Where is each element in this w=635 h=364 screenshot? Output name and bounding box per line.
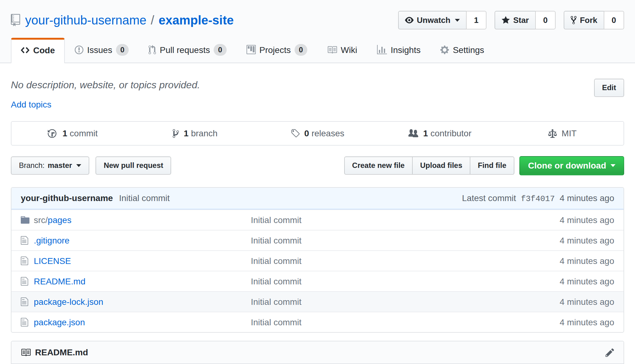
pencil-icon	[606, 348, 614, 357]
tab-label: Wiki	[341, 45, 357, 55]
stat-releases[interactable]: 0 releases	[256, 128, 379, 139]
file-icon	[21, 317, 34, 327]
book-icon	[21, 348, 31, 357]
git-pull-request-icon	[149, 45, 156, 55]
tab-label: Insights	[391, 45, 421, 55]
latest-commit-label: Latest commit	[462, 193, 516, 203]
stat-label: releases	[312, 129, 344, 138]
file-age: 4 minutes ago	[509, 215, 614, 226]
tab-projects[interactable]: Projects 0	[237, 38, 318, 63]
tab-wiki[interactable]: Wiki	[317, 38, 367, 63]
repo-description: No description, website, or topics provi…	[11, 79, 200, 91]
people-icon	[408, 129, 421, 138]
social-actions: Unwatch 1 Star 0 Fo	[398, 11, 624, 29]
law-icon	[548, 129, 559, 138]
file-commit-message-link[interactable]: Initial commit	[251, 318, 301, 327]
issue-opened-icon	[75, 45, 83, 55]
forks-count[interactable]: 0	[604, 11, 624, 29]
file-age: 4 minutes ago	[509, 296, 614, 307]
file-commit-message-link[interactable]: Initial commit	[251, 215, 301, 225]
tab-pull-requests[interactable]: Pull requests 0	[139, 38, 236, 63]
tab-settings[interactable]: Settings	[430, 38, 494, 63]
latest-commit-bar: your-github-username Initial commit Late…	[11, 188, 624, 210]
file-name-link[interactable]: README.md	[34, 277, 85, 286]
file-browser: your-github-username Initial commit Late…	[11, 187, 624, 333]
watch-control: Unwatch 1	[398, 11, 486, 29]
file-commit-message-link[interactable]: Initial commit	[251, 297, 301, 307]
file-age: 4 minutes ago	[509, 256, 614, 266]
project-icon	[246, 45, 256, 55]
pull-requests-count-badge: 0	[214, 44, 226, 56]
create-new-file-button[interactable]: Create new file	[344, 156, 413, 175]
book-icon	[327, 45, 337, 55]
stat-license[interactable]: MIT	[501, 128, 624, 139]
file-age: 4 minutes ago	[509, 235, 614, 246]
file-age: 4 minutes ago	[509, 317, 614, 328]
repo-owner-link[interactable]: your-github-username	[25, 12, 146, 28]
file-commit-message-link[interactable]: Initial commit	[251, 256, 301, 266]
commit-sha-link[interactable]: f3f4017	[521, 194, 555, 204]
branch-name: master	[48, 161, 72, 170]
repo-forked-icon	[571, 15, 577, 25]
file-name-link[interactable]: .gitignore	[34, 236, 69, 245]
table-row: .gitignore Initial commit 4 minutes ago	[11, 230, 624, 250]
folder-icon	[21, 215, 34, 225]
stat-commits[interactable]: 1 commit	[11, 128, 134, 139]
watchers-count[interactable]: 1	[466, 11, 486, 29]
file-action-group: Create new file Upload files Find file	[344, 156, 514, 175]
stat-branches[interactable]: 1 branch	[134, 128, 256, 139]
table-row: src/pages Initial commit 4 minutes ago	[11, 209, 624, 230]
star-button[interactable]: Star	[495, 11, 535, 29]
stat-label: branch	[191, 129, 218, 138]
file-commit-message-link[interactable]: Initial commit	[251, 277, 301, 286]
gear-icon	[440, 45, 449, 55]
file-icon	[21, 256, 34, 266]
clone-label: Clone or download	[528, 160, 606, 171]
file-name-link[interactable]: LICENSE	[34, 256, 71, 266]
stat-label: commit	[70, 129, 98, 138]
clone-or-download-button[interactable]: Clone or download	[519, 156, 624, 175]
file-name-link[interactable]: pages	[48, 215, 71, 225]
tab-label: Issues	[87, 45, 112, 55]
fork-control: Fork 0	[564, 11, 624, 29]
stat-number: 1	[423, 129, 428, 138]
readme-section: README.md	[11, 341, 624, 364]
page-header: your-github-username / example-site Unwa…	[0, 0, 635, 63]
edit-readme-button[interactable]	[606, 348, 614, 357]
new-pull-request-button[interactable]: New pull request	[95, 156, 171, 175]
file-name-link[interactable]: package-lock.json	[34, 297, 103, 307]
upload-files-button[interactable]: Upload files	[412, 156, 470, 175]
branch-selector-button[interactable]: Branch: master	[11, 156, 89, 175]
repo-tabs: Code Issues 0 Pull requests 0 P	[11, 38, 624, 63]
table-row: LICENSE Initial commit 4 minutes ago	[11, 250, 624, 271]
add-topics-link[interactable]: Add topics	[11, 99, 51, 110]
table-row: package-lock.json Initial commit 4 minut…	[11, 291, 624, 312]
star-icon	[501, 15, 510, 25]
stars-count[interactable]: 0	[535, 11, 556, 29]
readme-title-link[interactable]: README.md	[35, 347, 88, 358]
tab-code[interactable]: Code	[11, 38, 65, 63]
repo-name-link[interactable]: example-site	[158, 12, 233, 28]
find-file-button[interactable]: Find file	[470, 156, 514, 175]
chevron-down-icon	[611, 164, 615, 167]
path-separator: /	[151, 12, 154, 28]
tab-label: Projects	[260, 45, 291, 55]
file-commit-message-link[interactable]: Initial commit	[251, 236, 301, 245]
stat-label: MIT	[562, 129, 576, 138]
stat-contributors[interactable]: 1 contributor	[379, 128, 501, 139]
tab-insights[interactable]: Insights	[367, 38, 431, 63]
unwatch-button[interactable]: Unwatch	[398, 11, 466, 29]
file-icon	[21, 276, 34, 286]
commit-message-link[interactable]: Initial commit	[119, 193, 170, 203]
edit-button[interactable]: Edit	[594, 79, 624, 97]
projects-count-badge: 0	[295, 44, 307, 56]
file-name-link[interactable]: package.json	[34, 318, 85, 327]
star-label: Star	[513, 16, 529, 24]
fork-label: Fork	[580, 16, 597, 24]
code-icon	[21, 45, 29, 55]
fork-button[interactable]: Fork	[564, 11, 603, 29]
tab-issues[interactable]: Issues 0	[65, 38, 139, 63]
star-control: Star 0	[495, 11, 556, 29]
graph-icon	[377, 45, 387, 55]
commit-author-link[interactable]: your-github-username	[21, 193, 113, 203]
